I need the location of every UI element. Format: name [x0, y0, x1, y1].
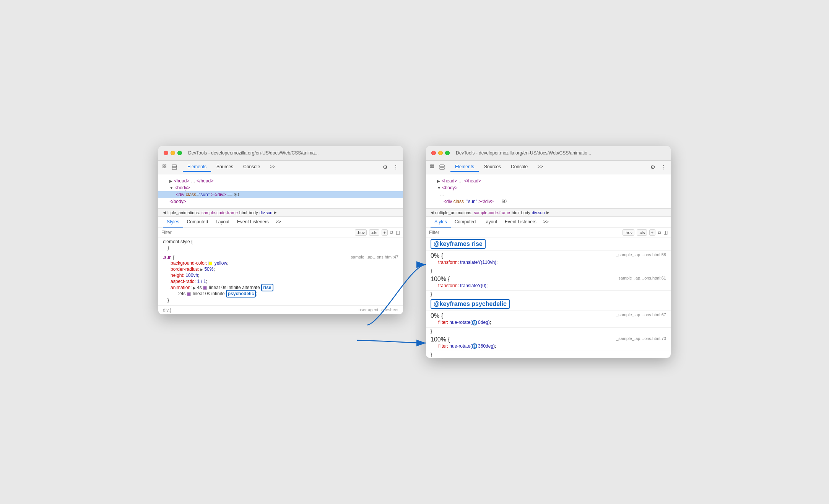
right-more-icon[interactable]: ⋮ [659, 163, 668, 171]
close-button[interactable] [164, 151, 168, 155]
tree-line-head: ▶ <head> … </head> [158, 177, 403, 184]
right-toolbar: Elements Sources Console >> ⚙ ⋮ [426, 161, 671, 174]
animation-swatch2[interactable] [187, 292, 191, 296]
keyframes-rise-label: @keyframes rise [431, 239, 486, 249]
tab-sources[interactable]: Sources [212, 163, 238, 172]
right-styles-tab-events[interactable]: Event Listeners [501, 217, 540, 228]
animation-swatch[interactable] [203, 286, 207, 290]
minimize-button[interactable] [171, 151, 175, 155]
breadcrumb-body[interactable]: body [249, 210, 258, 215]
tab-more[interactable]: >> [265, 163, 280, 172]
svg-rect-0 [163, 165, 164, 166]
right-tab-sources[interactable]: Sources [480, 163, 506, 172]
right-layers-icon[interactable] [438, 163, 446, 171]
left-html-tree: ▶ <head> … </head> ▼ <body> <div class="… [158, 174, 403, 208]
psychedelic-0-close: } [426, 328, 671, 335]
tree-line-div-sun[interactable]: <div class="sun" ></div> == $0 [158, 191, 403, 198]
right-cursor-icon[interactable] [429, 163, 437, 171]
info-icon-1[interactable]: ⓘ [472, 320, 477, 325]
svg-rect-6 [431, 165, 432, 166]
right-cls-button[interactable]: .cls [637, 229, 647, 236]
breadcrumb-file: ltiple_animations. [167, 210, 200, 215]
tab-elements[interactable]: Elements [183, 163, 211, 172]
svg-rect-1 [165, 165, 166, 166]
styles-tab-computed[interactable]: Computed [183, 217, 212, 228]
right-filter-buttons: :hov .cls + ⧉ ◫ [623, 229, 668, 236]
styles-tab-styles[interactable]: Styles [163, 217, 183, 228]
cls-button[interactable]: .cls [369, 229, 379, 236]
keyframes-psychedelic-0: 0% { _sample_.ap…ons.html:67 filter: hue… [426, 311, 671, 328]
rise-0-transform: transform: translateY(110vh); [431, 259, 666, 265]
sidebar-icon[interactable]: ◫ [396, 230, 400, 235]
cursor-icon[interactable] [161, 163, 169, 171]
hov-button[interactable]: :hov [355, 229, 367, 236]
more-icon[interactable]: ⋮ [392, 163, 400, 171]
right-hov-button[interactable]: :hov [623, 229, 634, 236]
right-tab-console[interactable]: Console [506, 163, 532, 172]
breadcrumb-right-arrow[interactable]: ▶ [274, 210, 277, 215]
gear-icon[interactable]: ⚙ [381, 163, 389, 171]
right-styles-tab-styles[interactable]: Styles [431, 217, 451, 228]
toolbar-tabs: Elements Sources Console >> [183, 163, 380, 172]
right-tab-elements[interactable]: Elements [450, 163, 479, 172]
right-breadcrumb-left-arrow[interactable]: ◀ [431, 210, 434, 215]
rise-source-58: _sample_.ap…ons.html:58 [616, 252, 666, 257]
psychedelic-100-close: } [426, 351, 671, 358]
svg-rect-4 [172, 165, 177, 167]
breadcrumb-link[interactable]: sample-code-frame [202, 210, 238, 215]
right-breadcrumb-html[interactable]: html [512, 210, 520, 215]
styles-tab-more[interactable]: >> [273, 217, 284, 228]
right-toolbar-tabs: Elements Sources Console >> [450, 163, 647, 172]
right-sidebar-icon[interactable]: ◫ [663, 230, 668, 235]
breadcrumb-divsun[interactable]: div.sun [259, 210, 272, 215]
bottom-fade: div.{ user agent stylesheet [158, 306, 403, 314]
right-gear-icon[interactable]: ⚙ [649, 163, 657, 171]
psychedelic-arrow [357, 340, 426, 343]
breadcrumb-html[interactable]: html [239, 210, 247, 215]
right-traffic-lights [431, 151, 450, 155]
right-tree-line-head: ▶ <head> … </head> [426, 177, 671, 184]
styles-tab-layout[interactable]: Layout [212, 217, 233, 228]
right-styles-tab-computed[interactable]: Computed [451, 217, 480, 228]
sun-source: _sample_.ap…ons.html:47 [348, 255, 398, 259]
tab-console[interactable]: Console [239, 163, 265, 172]
svg-rect-10 [440, 165, 444, 167]
plus-button[interactable]: + [382, 229, 388, 236]
right-filter-input[interactable] [429, 230, 619, 235]
left-filter-bar: :hov .cls + ⧉ ◫ [158, 228, 403, 237]
info-icon-2[interactable]: ⓘ [472, 343, 477, 349]
right-breadcrumb-link[interactable]: sample-code-frame [474, 210, 510, 215]
layers-icon[interactable] [171, 163, 178, 171]
svg-rect-11 [440, 167, 444, 169]
keyframes-psychedelic-header: @keyframes psychedelic [426, 298, 671, 311]
right-copy-icon[interactable]: ⧉ [658, 230, 661, 235]
right-breadcrumb-right-arrow[interactable]: ▶ [546, 210, 549, 215]
right-tree-dots: … [426, 191, 671, 198]
tree-line-body-open: ▼ <body> [158, 184, 403, 191]
right-tab-more[interactable]: >> [533, 163, 548, 172]
tree-line-body-close: </body> [158, 198, 403, 205]
filter-input[interactable] [161, 230, 352, 235]
left-devtools-window: DevTools - developer.mozilla.org/en-US/d… [158, 146, 403, 314]
right-breadcrumb-body[interactable]: body [521, 210, 530, 215]
svg-rect-7 [432, 165, 434, 166]
maximize-button[interactable] [177, 151, 182, 155]
styles-tab-events[interactable]: Event Listeners [233, 217, 273, 228]
left-titlebar: DevTools - developer.mozilla.org/en-US/d… [158, 146, 403, 161]
right-breadcrumb-divsun[interactable]: div.sun [532, 210, 545, 215]
copy-icon[interactable]: ⧉ [390, 230, 393, 235]
right-maximize-button[interactable] [445, 151, 450, 155]
right-tree-div-sun: <div class="sun" ></div> == $0 [426, 198, 671, 205]
right-styles-tab-layout[interactable]: Layout [480, 217, 501, 228]
right-breadcrumb-file: nultiple_animations. [435, 210, 472, 215]
color-swatch-yellow[interactable] [208, 262, 212, 265]
right-styles-tab-more[interactable]: >> [540, 217, 552, 228]
svg-rect-5 [172, 167, 177, 169]
breadcrumb-left-arrow[interactable]: ◀ [163, 210, 166, 215]
rise-100-transform: transform: translateY(0); [431, 283, 666, 289]
right-titlebar: DevTools - developer.mozilla.org/en-US/d… [426, 146, 671, 161]
right-close-button[interactable] [431, 151, 436, 155]
right-plus-button[interactable]: + [649, 229, 655, 236]
right-tree-line-body: ▼ <body> [426, 184, 671, 191]
right-minimize-button[interactable] [438, 151, 443, 155]
